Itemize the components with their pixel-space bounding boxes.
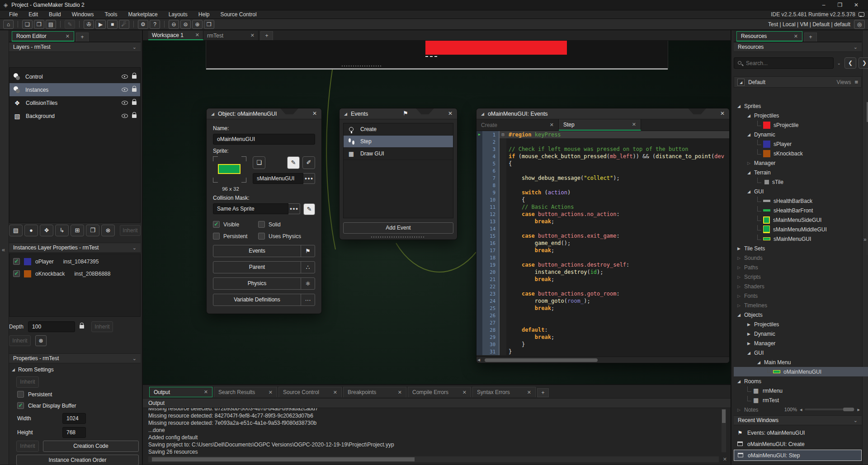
close-icon[interactable]: ✕ [448, 110, 453, 117]
search-input[interactable] [734, 57, 834, 69]
visibility-eye-icon[interactable] [122, 75, 128, 79]
chevron-down-icon[interactable]: ⌄ [854, 44, 858, 50]
size-inherit-button[interactable]: Inherit [16, 441, 39, 452]
menu-source-control[interactable]: Source Control [215, 11, 262, 18]
tab-close-icon[interactable]: ✕ [330, 390, 337, 395]
resource-timelines[interactable]: ▷Timelines [734, 301, 868, 310]
resource-shealthbarback[interactable]: sHealthBarBack [734, 196, 868, 206]
new-sprite-icon[interactable]: ❏ [253, 156, 265, 169]
output-close-icon[interactable]: ✕ [723, 456, 727, 462]
add-background-layer-icon[interactable]: ▧ [9, 225, 23, 236]
help-icon[interactable]: ? [150, 20, 160, 29]
gutter-marker[interactable] [476, 312, 482, 319]
layer-row-control[interactable]: Control [9, 70, 140, 83]
menu-edit[interactable]: Edit [23, 11, 43, 18]
instance-row[interactable]: ✓oKnockbackinst_208B6888 [9, 268, 140, 280]
gutter-marker[interactable] [476, 254, 482, 261]
parent-button[interactable]: Parent∴ [213, 261, 315, 273]
collapse-triangle-icon[interactable]: ◢ [211, 112, 214, 116]
resource-smainmenugui[interactable]: sMainMenuGUI [734, 234, 868, 244]
solid-checkbox[interactable]: ✓ [258, 221, 265, 228]
tab-close-icon[interactable]: ✕ [265, 390, 273, 395]
search-prev-button[interactable]: ❮ [844, 57, 856, 69]
menu-tools[interactable]: Tools [99, 11, 123, 18]
tab-resources[interactable]: Resources ✕ [736, 31, 802, 42]
resource-shaders[interactable]: ▷Shaders [734, 282, 868, 291]
gutter-marker[interactable] [476, 341, 482, 348]
collapsed-triangle-icon[interactable]: ▷ [737, 294, 744, 298]
collapsed-triangle-icon[interactable]: ▷ [737, 275, 744, 279]
delete-layer-icon[interactable]: ⊗ [101, 225, 115, 236]
output-tab-search-results[interactable]: Search Results✕ [214, 387, 277, 397]
uses-physics-checkbox[interactable]: ✓ [258, 233, 265, 240]
edit-image-icon[interactable]: ✎ [287, 156, 300, 169]
tab-close-icon[interactable]: ✕ [247, 33, 255, 38]
menu-windows[interactable]: Windows [66, 11, 99, 18]
close-icon[interactable]: ✕ [848, 2, 864, 8]
gutter-marker[interactable] [476, 261, 482, 268]
home-icon[interactable]: ⌂ [3, 20, 14, 29]
collapse-all-icon[interactable]: ◢ [737, 79, 745, 86]
chevron-down-icon[interactable]: ⌄ [132, 356, 137, 362]
gutter-marker[interactable] [476, 276, 482, 283]
gutter-marker[interactable] [476, 247, 482, 254]
tab-close-icon[interactable]: ✕ [200, 389, 208, 395]
output-vscrollbar[interactable] [722, 409, 726, 452]
depth-input[interactable]: 100 [28, 321, 75, 332]
resource-scripts[interactable]: ▷Scripts [734, 272, 868, 282]
add-tab-button[interactable]: + [804, 33, 817, 42]
gutter-marker[interactable] [476, 218, 482, 225]
resource-gui[interactable]: ◢GUI [734, 348, 868, 357]
gutter-marker[interactable] [476, 283, 482, 290]
gutter-marker[interactable] [476, 290, 482, 297]
collapsed-triangle-icon[interactable]: ▶ [747, 332, 754, 336]
zoom-out-arrow-icon[interactable]: ◂ [800, 407, 802, 413]
collapsed-triangle-icon[interactable]: ▶ [747, 322, 754, 327]
fold-icon[interactable]: ⊟ [499, 131, 506, 138]
lock-icon[interactable] [132, 114, 137, 118]
room-canvas-peek[interactable] [206, 41, 668, 70]
resource-rmtest[interactable]: ▦rmTest [734, 395, 868, 405]
stop-icon[interactable]: ■ [107, 20, 118, 29]
dock-collapse-strip-left[interactable]: « [0, 30, 9, 465]
menu-marketplace[interactable]: Marketplace [123, 11, 163, 18]
layers-header[interactable]: Layers - rmTest ⌄ [9, 42, 141, 52]
height-input[interactable]: 768 [62, 427, 86, 438]
resource-smainmenusidegui[interactable]: sMainMenuSideGUI [734, 215, 868, 225]
resource-manager[interactable]: ▶Manager [734, 338, 868, 348]
object-name-input[interactable]: oMainMenuGUI [213, 134, 315, 145]
tab-workspace-1[interactable]: Workspace 1✕ [148, 31, 203, 40]
physics-button[interactable]: Physics⚛ [213, 277, 315, 290]
resources-header[interactable]: Resources ⌄ [734, 42, 862, 52]
add-event-button[interactable]: Add Event [343, 222, 453, 234]
gutter-marker[interactable] [476, 146, 482, 153]
expanded-triangle-icon[interactable]: ◢ [737, 313, 744, 317]
resource-main-menu[interactable]: ◢Main Menu [734, 357, 868, 367]
visibility-eye-icon[interactable] [122, 88, 128, 92]
gutter-marker[interactable] [476, 305, 482, 312]
gutter-marker[interactable] [476, 174, 482, 182]
add-path-layer-icon[interactable]: ↳ [55, 225, 69, 236]
tab-close-icon[interactable]: ✕ [459, 390, 467, 395]
output-tab-output[interactable]: Output✕ [149, 387, 212, 397]
resource-projectiles[interactable]: ◢Projectiles [734, 111, 868, 120]
expanded-triangle-icon[interactable]: ◢ [12, 367, 15, 372]
gutter-marker[interactable] [476, 196, 482, 203]
lock-icon[interactable] [132, 101, 137, 105]
resource-shealthbarfront[interactable]: sHealthBarFront [734, 206, 868, 215]
new-project-icon[interactable]: ❏ [22, 20, 33, 29]
clear-display-buffer-checkbox[interactable]: ✓ [17, 402, 24, 409]
reset-properties-icon[interactable]: ⊗ [35, 335, 47, 346]
resource-manager[interactable]: ▷Manager [734, 158, 868, 168]
hscroll-thumb[interactable] [485, 358, 598, 362]
coll apse-triangle-icon[interactable]: ◢ [481, 112, 484, 116]
gutter-marker[interactable] [476, 232, 482, 240]
edit-sprite-icon[interactable]: ✐ [302, 156, 315, 169]
gutter-marker[interactable] [476, 160, 482, 167]
collapsed-triangle-icon[interactable]: ▷ [737, 256, 744, 260]
instance-checkbox[interactable]: ✓ [13, 270, 20, 277]
tab-close-icon[interactable]: ✕ [394, 390, 402, 395]
gutter-marker[interactable] [476, 182, 482, 189]
gutter-marker[interactable] [476, 225, 482, 232]
visible-checkbox[interactable]: ✓ [213, 221, 220, 228]
